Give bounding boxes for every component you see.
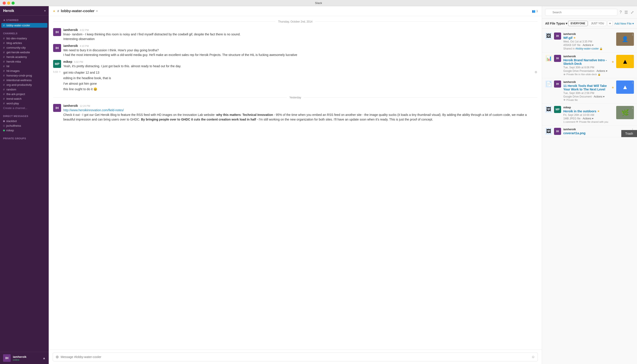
message-group: IH iamheroik 4:02 PM lmao- random - I ke…	[53, 27, 537, 43]
file-user-avatar: IH	[554, 55, 561, 62]
emoji-icon[interactable]: ☺	[531, 355, 535, 359]
sidebar-item-trend-watch[interactable]: # trend-watch	[0, 96, 49, 101]
window-controls[interactable]	[3, 2, 15, 5]
channel-chevron-icon[interactable]: ▾	[96, 10, 98, 12]
hash-icon: #	[3, 69, 5, 72]
sidebar-item-org-and-productivity[interactable]: # org-and-productivity	[0, 82, 49, 87]
sidebar-item-heroik-mba[interactable]: # heroik-mba	[0, 59, 49, 64]
file-type-dropdown[interactable]: All File Types ▾	[545, 22, 567, 25]
continuation-message: this line ought to do it 😀	[53, 86, 537, 92]
add-file-button[interactable]: Add New File ▾	[614, 22, 634, 25]
star-icon[interactable]: ★	[611, 60, 614, 64]
close-button[interactable]	[3, 2, 6, 5]
file-type-icon: 🖼	[545, 32, 552, 40]
expand-icon[interactable]: ▲	[43, 356, 46, 360]
message-text: got into chapter 12 and 13	[63, 70, 99, 75]
message-text: this line ought to do it 😀	[63, 87, 537, 92]
dm-item-mikep[interactable]: mikep	[0, 128, 49, 133]
file-user-avatar: IH	[554, 128, 561, 135]
message-input[interactable]	[61, 355, 530, 359]
star-icon[interactable]: ☆	[59, 70, 61, 73]
starred-section: ★ STARRED # lobby-water-cooler	[0, 16, 49, 29]
create-channel-link[interactable]: Create a channel...	[0, 106, 49, 110]
help-icon[interactable]: ?	[619, 10, 622, 14]
star-icon[interactable]: ★	[611, 86, 614, 89]
actions-link[interactable]: Actions ▾	[596, 70, 607, 72]
gear-icon[interactable]: ⚙	[534, 70, 537, 74]
minimize-button[interactable]	[7, 2, 10, 5]
actions-link[interactable]: Actions ▾	[582, 117, 593, 120]
message-author: mikep	[63, 60, 72, 64]
sidebar-item-community-city[interactable]: # community-city	[0, 45, 49, 50]
message-content: mikep 5:02 PM Yeah, it's pretty distract…	[63, 60, 537, 68]
team-chevron-icon[interactable]: ▾	[44, 9, 46, 12]
message-header: mikep 5:02 PM	[63, 60, 537, 64]
star-icon: ★	[3, 19, 6, 22]
filter-more-button[interactable]: ▾	[607, 21, 613, 26]
sidebar-item-get-heroik-website[interactable]: # get-heroik-website	[0, 50, 49, 54]
main-chat: ★ # lobby-water-cooler ▾ 👥 3 Thursday, O…	[49, 6, 542, 364]
sidebar-item-word-play[interactable]: # word-play	[0, 101, 49, 106]
sidebar-item-random[interactable]: # random	[0, 87, 49, 92]
download-icon[interactable]: ⤓	[631, 106, 634, 110]
filter-just-you-tab[interactable]: JUST YOU	[588, 21, 606, 26]
sidebar-item-lobby-water-cooler[interactable]: # lobby-water-cooler	[1, 23, 47, 28]
file-name-link[interactable]: 11 Heroik Tools that Will Take Your Work…	[563, 84, 614, 91]
maximize-button[interactable]	[12, 2, 15, 5]
star-icon[interactable]: ★	[573, 36, 576, 39]
filter-bar: All File Types ▾ EVERYONE JUST YOU ▾ Add…	[542, 18, 637, 28]
sidebar-item-biz-dev-mastery[interactable]: # biz-dev-mastery	[0, 36, 49, 41]
actions-link[interactable]: Actions ▾	[582, 44, 593, 47]
file-item-heroik-brand: 📊 IH iamheroik Heroik Brand Narrative In…	[542, 53, 637, 78]
actions-link[interactable]: Actions ▾	[594, 95, 604, 98]
avatar-image: IH	[554, 32, 561, 40]
star-icon[interactable]: ★	[597, 110, 599, 113]
title-bar: Slack	[0, 0, 637, 6]
dm-item-jschultheiss[interactable]: jschultheiss	[0, 124, 49, 128]
trash-button[interactable]: Trash	[621, 130, 637, 137]
channel-star-icon[interactable]: ★	[53, 9, 56, 13]
hash-icon: #	[3, 41, 5, 45]
sidebar-item-hil-images[interactable]: # hil-images	[0, 68, 49, 73]
user-info: iamheroik online	[13, 355, 40, 361]
sidebar-item-the-ark-project[interactable]: # the-ark-project	[0, 92, 49, 96]
field-notes-link[interactable]: http://www.heroikinnovation.com/field-no…	[63, 108, 124, 112]
username: iamheroik	[13, 355, 40, 358]
list-icon[interactable]: ☰	[624, 10, 628, 15]
search-wrapper: 🔍	[545, 9, 617, 16]
file-name-link[interactable]: WF.gif ★	[563, 36, 614, 40]
private-groups-section: PRIVATE GROUPS	[0, 134, 49, 142]
expand-icon[interactable]: ⤢	[630, 10, 634, 15]
sidebar-item-honorary-cmdr-prog[interactable]: # honorary-cmdr-prog	[0, 73, 49, 78]
download-icon[interactable]: ⤓	[631, 55, 634, 58]
members-count[interactable]: 👥 3	[532, 10, 538, 13]
sidebar-item-blog-articles[interactable]: # blog-articles	[0, 41, 49, 45]
message-author: iamheroik	[63, 104, 78, 108]
file-name-link[interactable]: Heroik Brand Narrative Intro - Sketch De…	[563, 58, 614, 66]
file-private: 👁 Private file	[563, 99, 614, 101]
sidebar-item-hil[interactable]: # hil	[0, 64, 49, 68]
sidebar-item-intentional-wellness[interactable]: # intentional-wellness	[0, 78, 49, 82]
message-text: lmao- random - I keep thinking this room…	[63, 32, 537, 37]
file-item-11-tools: 📄 IH iamheroik 11 Heroik Tools that Will…	[542, 78, 637, 104]
avatar-image: IH	[3, 354, 11, 362]
message-text: Yeah, it's pretty distracting. I just go…	[63, 64, 537, 68]
download-icon[interactable]: ⤓	[631, 32, 634, 36]
message-link[interactable]: http://www.heroikinnovation.com/field-no…	[63, 108, 537, 112]
channel-title-area: ★ # lobby-water-cooler ▾	[53, 9, 98, 13]
sidebar-header[interactable]: Heroik ▾	[0, 6, 49, 16]
channel-link[interactable]: #lobby-water-cooler	[575, 47, 599, 50]
dm-item-slackbot[interactable]: slackbot	[0, 119, 49, 124]
chat-header: ★ # lobby-water-cooler ▾ 👥 3	[49, 6, 542, 16]
file-meta: Wed, Oct 1st at 3:35 PM	[563, 40, 614, 43]
search-input[interactable]	[545, 9, 617, 16]
sidebar-item-heroik-academy[interactable]: # heroik-academy	[0, 54, 49, 59]
message-text: We need to bury it in discussion I think…	[63, 48, 537, 53]
filter-everyone-tab[interactable]: EVERYONE	[568, 21, 588, 26]
continuation-message: 5:03 ☆ got into chapter 12 and 13 ⚙	[53, 70, 537, 76]
app-title: Slack	[315, 1, 322, 5]
add-attachment-icon[interactable]: ⊕	[56, 354, 59, 359]
channel-hash-icon: #	[57, 9, 59, 13]
download-icon[interactable]: ⤓	[631, 80, 634, 84]
file-name-link[interactable]: Heroik in the outdoors ★	[563, 110, 614, 113]
